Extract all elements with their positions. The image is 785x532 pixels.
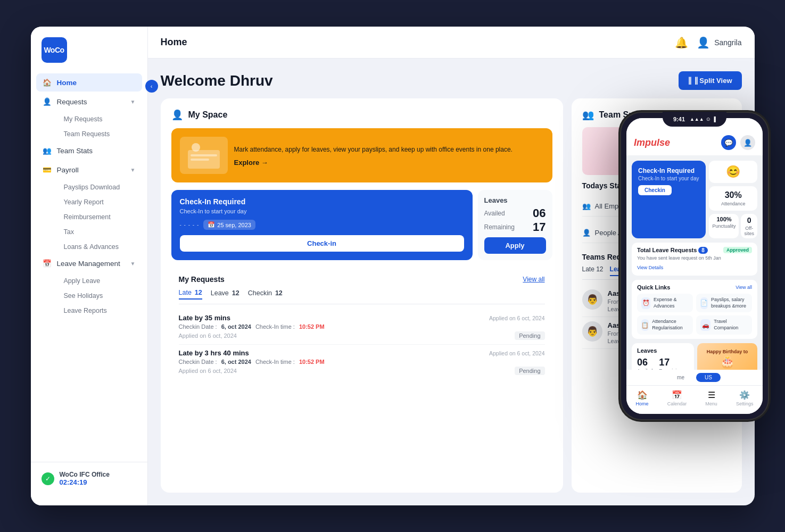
logo-area: WoCo: [31, 37, 147, 73]
request-row1: Late by 35 mins Applied on 6 oct, 2024: [179, 314, 545, 322]
phone-nav-home[interactable]: 🏠 Home: [636, 390, 649, 406]
phone-user-icon[interactable]: 👤: [740, 135, 755, 150]
quick-links-view-all[interactable]: View all: [736, 285, 752, 290]
phone-home-label: Home: [636, 401, 649, 406]
topbar-actions: 🔔 👤 Sangrila: [675, 36, 741, 49]
us-button[interactable]: US: [696, 373, 721, 382]
split-view-label: ǁ Split View: [695, 77, 732, 85]
phone-chat-icon[interactable]: 💬: [721, 135, 736, 150]
explore-link[interactable]: Explore →: [234, 159, 544, 167]
quick-link-item[interactable]: 🚗 Travel Companion: [696, 315, 752, 334]
sidebar-item-my-requests[interactable]: My Requests: [57, 112, 142, 127]
home-icon: 🏠: [43, 78, 52, 87]
phone-nav-menu[interactable]: ☰ Menu: [705, 390, 717, 406]
sidebar-item-yearly-report[interactable]: Yearly Report: [57, 195, 142, 210]
sidebar-item-label: Team Stats: [57, 147, 93, 155]
quick-links-header: Quick Links View all: [637, 284, 752, 290]
view-all-link[interactable]: View all: [523, 276, 544, 283]
remaining-value: 17: [533, 220, 546, 234]
expense-icon: ⏰: [641, 297, 650, 309]
phone-stats-col: 😊 30% Attendance 100% Punctuality: [709, 161, 757, 238]
phone-menu-icon: ☰: [708, 390, 715, 400]
sidebar-item-leave-management[interactable]: 📅 Leave Management ▼: [36, 254, 142, 272]
sidebar-item-team-requests[interactable]: Team Requests: [57, 127, 142, 142]
page-title: Home: [161, 37, 675, 48]
sidebar-item-apply-leave[interactable]: Apply Leave: [57, 273, 142, 288]
sidebar-item-home[interactable]: 🏠 Home: [36, 73, 142, 92]
my-space-banner: Mark attendance, apply for leaves, view …: [171, 128, 552, 182]
birthday-emoji: 🎂: [720, 355, 734, 369]
sidebar-item-loans[interactable]: Loans & Advances: [57, 239, 142, 254]
split-view-button[interactable]: ǁ ǁ Split View: [679, 71, 742, 90]
split-icon: ǁ: [688, 77, 691, 85]
team-req-avatar: 👨: [582, 321, 602, 342]
sidebar-item-tax[interactable]: Tax: [57, 225, 142, 239]
sidebar-item-payslips[interactable]: Payslips Download: [57, 180, 142, 195]
offsites-label: Off-sites: [744, 226, 754, 236]
topbar: Home 🔔 👤 Sangrila: [148, 27, 755, 59]
welcome-row: Welcome Dhruv ǁ ǁ Split View: [161, 71, 742, 90]
phone-icons: 💬 👤: [721, 135, 755, 150]
quick-link-item[interactable]: ⏰ Expense & Advances: [637, 294, 693, 312]
me-button[interactable]: me: [668, 373, 693, 382]
phone-checkin-sub: Check-In to start your day: [638, 176, 699, 181]
sidebar-item-label: Requests: [57, 98, 87, 106]
banner-illustration: [180, 137, 228, 174]
leaves-card: Leaves Availed 06 Remaining 17 Apply: [478, 190, 552, 260]
teams-late-tab[interactable]: Late 12: [582, 265, 604, 276]
sidebar: WoCo 🏠 Home 👤 Requests ▼ My Requests Tea…: [31, 27, 148, 505]
checkin-time-label: Check-In time :: [255, 359, 295, 365]
checkin-button[interactable]: Check-in: [180, 235, 464, 252]
late-tab-label: Late: [179, 289, 192, 296]
phone-nav-calendar[interactable]: 📅 Calendar: [667, 390, 687, 406]
phone-leave-card: Total Leave Requests 8 Approved You have…: [632, 243, 757, 276]
late-tab-count: 12: [195, 289, 202, 296]
sidebar-item-label: Payroll: [57, 166, 79, 174]
apply-leave-button[interactable]: Apply: [484, 237, 546, 254]
sidebar-nav: 🏠 Home 👤 Requests ▼ My Requests Team Req…: [31, 73, 147, 462]
sidebar-item-leave-reports[interactable]: Leave Reports: [57, 303, 142, 318]
phone-checkin-button[interactable]: Checkin: [638, 185, 672, 195]
request-title: Late by 3 hrs 40 mins: [179, 349, 249, 357]
checkin-date-label: Checkin Date :: [179, 359, 217, 365]
phone-content: Check-In Required Check-In to start your…: [626, 155, 763, 370]
attendance-reg-label: Attendance Regularisation: [652, 319, 689, 331]
phone-leave-header: Total Leave Requests 8 Approved: [637, 247, 752, 253]
sidebar-item-reimbursement[interactable]: Reimbursement: [57, 210, 142, 225]
punctuality-stat: 100% Punctuality: [709, 214, 739, 238]
phone-frame: 9:41 ▲▲▲ ⊙ ▐ Impulse 💬 👤: [620, 112, 769, 420]
back-chevron-button[interactable]: ‹: [145, 80, 158, 93]
sidebar-item-team-stats[interactable]: 👥 Team Stats: [36, 142, 142, 160]
user-profile[interactable]: 👤 Sangrila: [697, 36, 741, 49]
bell-icon[interactable]: 🔔: [675, 36, 688, 49]
phone-availed-stat: 06 Availed: [637, 357, 652, 370]
checkin-time-val: 10:52 PM: [299, 359, 325, 365]
sidebar-item-see-holidays[interactable]: See Holidays: [57, 288, 142, 303]
checkin-tab[interactable]: Checkin 12: [248, 289, 283, 300]
quick-link-item[interactable]: 📄 Payslips, salary breakups &more: [696, 294, 752, 312]
phone-leaves-title: Leaves: [637, 347, 657, 354]
sidebar-item-payroll[interactable]: 💳 Payroll ▼: [36, 161, 142, 179]
checkin-card: Check-In Required Check-In to start your…: [171, 190, 473, 260]
chevron-down-icon: ▼: [130, 261, 136, 267]
phone-calendar-label: Calendar: [667, 401, 687, 406]
checkin-date-val: 6, oct 2024: [221, 323, 251, 330]
sidebar-item-label: Home: [57, 79, 77, 87]
absent-icon: 👤: [582, 229, 591, 237]
sidebar-item-requests[interactable]: 👤 Requests ▼: [36, 93, 142, 111]
request-row2: Late by 3 hrs 40 mins Applied on 6 oct, …: [179, 349, 545, 357]
birthday-title: Happy Birthday to: [707, 349, 748, 354]
request-title: Late by 35 mins: [179, 314, 231, 322]
phone-checkin-title: Check-In Required: [638, 167, 699, 174]
leave-tab[interactable]: Leave 12: [211, 289, 239, 300]
view-details-link[interactable]: View Details: [637, 265, 663, 270]
attendance-stat: 30% Attendance: [709, 186, 757, 211]
applied-on: Applied on 6 oct, 2024: [489, 315, 545, 321]
phone-nav-settings[interactable]: ⚙️ Settings: [736, 390, 754, 406]
me-us-row: me US: [626, 370, 763, 385]
late-tab[interactable]: Late 12: [179, 289, 202, 300]
offsites-value: 0: [744, 216, 754, 225]
welcome-title: Welcome Dhruv: [161, 72, 273, 89]
quick-link-item[interactable]: 📋 Attendance Regularisation: [637, 315, 693, 334]
applied-date: Applied on 6 oct, 2024: [179, 368, 237, 374]
